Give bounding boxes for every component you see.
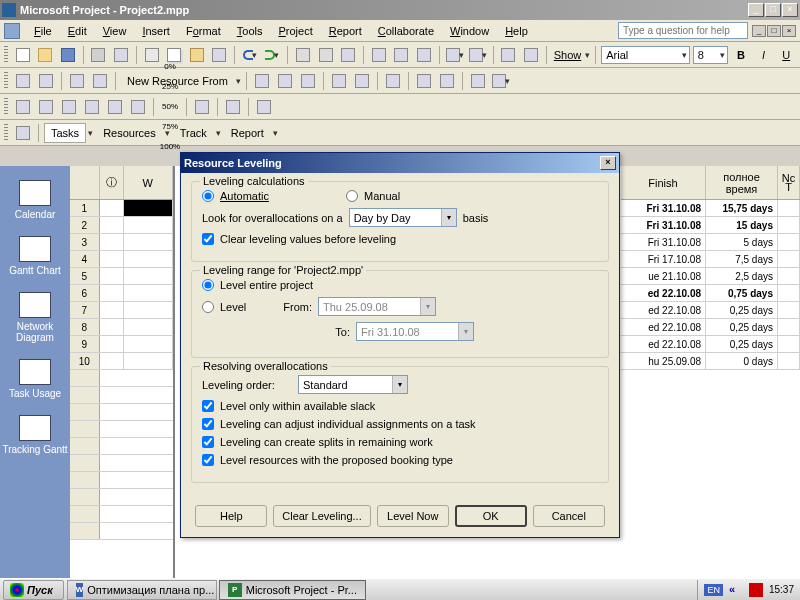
- zoom-in-button[interactable]: [499, 45, 519, 65]
- tool-button[interactable]: [352, 71, 372, 91]
- menu-report[interactable]: Report: [321, 23, 370, 39]
- view-tracking-gantt[interactable]: Tracking Gantt: [0, 409, 70, 461]
- zoom-out-button[interactable]: [521, 45, 541, 65]
- task-info-button[interactable]: [369, 45, 389, 65]
- tool-button[interactable]: ▾: [491, 71, 511, 91]
- print-button[interactable]: [89, 45, 109, 65]
- help-button[interactable]: Help: [195, 505, 267, 527]
- finish-cell[interactable]: Fri 17.10.08: [621, 251, 706, 267]
- view-gantt-chart[interactable]: Gantt Chart: [0, 230, 70, 282]
- row-header[interactable]: 2: [70, 217, 100, 233]
- pct-50-button[interactable]: 50%: [159, 97, 181, 117]
- start-button[interactable]: Пуск: [3, 580, 64, 600]
- pct-25-button[interactable]: 25%: [159, 77, 181, 97]
- report-tab[interactable]: Report: [224, 123, 271, 143]
- row-header[interactable]: [70, 404, 100, 420]
- finish-col-header[interactable]: Finish: [648, 177, 677, 189]
- restore-button[interactable]: □: [765, 3, 781, 17]
- level-range-radio[interactable]: [202, 301, 214, 313]
- overallocation-basis-combo[interactable]: Day by Day▾: [349, 208, 457, 227]
- pct-0-button[interactable]: 0%: [159, 57, 181, 77]
- row-header[interactable]: [70, 455, 100, 471]
- toolbar-grip[interactable]: [4, 72, 8, 90]
- redo-button[interactable]: ▾: [263, 45, 283, 65]
- menu-help[interactable]: Help: [497, 23, 536, 39]
- leveling-order-combo[interactable]: Standard▾: [298, 375, 408, 394]
- duration-cell[interactable]: 5 days: [706, 234, 778, 250]
- help-search[interactable]: [618, 22, 748, 39]
- row-header[interactable]: [70, 438, 100, 454]
- group-button[interactable]: ▾: [468, 45, 488, 65]
- close-button[interactable]: ×: [782, 3, 798, 17]
- menu-window[interactable]: Window: [442, 23, 497, 39]
- row-header[interactable]: [70, 370, 100, 386]
- toolbar-grip[interactable]: [4, 46, 8, 64]
- duration-cell[interactable]: 0,25 days: [706, 336, 778, 352]
- row-header[interactable]: [70, 523, 100, 539]
- dialog-title-bar[interactable]: Resource Leveling ×: [181, 153, 619, 173]
- slack-checkbox[interactable]: [202, 400, 214, 412]
- resources-tab[interactable]: Resources: [96, 123, 163, 143]
- duration-cell[interactable]: 0,75 days: [706, 285, 778, 301]
- tool-button[interactable]: [383, 71, 403, 91]
- adjust-checkbox[interactable]: [202, 418, 214, 430]
- row-header[interactable]: 3: [70, 234, 100, 250]
- show-label[interactable]: Show: [552, 49, 584, 61]
- tool-button[interactable]: [67, 71, 87, 91]
- tool-button[interactable]: [128, 97, 148, 117]
- tool-button[interactable]: [298, 71, 318, 91]
- tool-button[interactable]: [105, 97, 125, 117]
- row-header[interactable]: [70, 472, 100, 488]
- tray-icon[interactable]: «: [729, 583, 743, 597]
- tool-button[interactable]: [36, 97, 56, 117]
- menu-edit[interactable]: Edit: [60, 23, 95, 39]
- finish-cell[interactable]: ed 22.10.08: [621, 302, 706, 318]
- undo-button[interactable]: ▾: [240, 45, 260, 65]
- view-calendar[interactable]: Calendar: [0, 174, 70, 226]
- level-now-button[interactable]: Level Now: [377, 505, 449, 527]
- tool-button[interactable]: [329, 71, 349, 91]
- open-button[interactable]: [35, 45, 55, 65]
- new-button[interactable]: [13, 45, 33, 65]
- info-col-header[interactable]: ⓘ: [106, 175, 117, 190]
- duration-cell[interactable]: 2,5 days: [706, 268, 778, 284]
- manual-radio[interactable]: [346, 190, 358, 202]
- duration-cell[interactable]: 0 days: [706, 353, 778, 369]
- row-header[interactable]: [70, 421, 100, 437]
- unlink-tasks-button[interactable]: [316, 45, 336, 65]
- row-header[interactable]: 6: [70, 285, 100, 301]
- finish-cell[interactable]: ed 22.10.08: [621, 336, 706, 352]
- tool-button[interactable]: [82, 97, 102, 117]
- tool-button[interactable]: [254, 97, 274, 117]
- menu-tools[interactable]: Tools: [229, 23, 271, 39]
- notes-button[interactable]: [392, 45, 412, 65]
- menu-file[interactable]: File: [26, 23, 60, 39]
- duration-cell[interactable]: 15 days: [706, 217, 778, 233]
- nc-col-header[interactable]: Nc T: [781, 174, 796, 192]
- italic-button[interactable]: I: [754, 45, 774, 65]
- to-date-combo[interactable]: Fri 31.10.08▾: [356, 322, 474, 341]
- finish-cell[interactable]: ed 22.10.08: [621, 285, 706, 301]
- duration-cell[interactable]: 15,75 days: [706, 200, 778, 216]
- mdi-close-button[interactable]: ×: [782, 25, 796, 37]
- dialog-close-button[interactable]: ×: [600, 156, 616, 170]
- row-header[interactable]: 8: [70, 319, 100, 335]
- filter-button[interactable]: [468, 71, 488, 91]
- menu-format[interactable]: Format: [178, 23, 229, 39]
- font-size-combo[interactable]: 8: [693, 46, 729, 64]
- tool-button[interactable]: [192, 97, 212, 117]
- mdi-minimize-button[interactable]: _: [752, 25, 766, 37]
- language-indicator[interactable]: EN: [704, 584, 723, 596]
- assign-resources-button[interactable]: [414, 45, 434, 65]
- menu-insert[interactable]: Insert: [134, 23, 178, 39]
- row-header[interactable]: 1: [70, 200, 100, 216]
- guide-icon[interactable]: [13, 123, 33, 143]
- track-tab[interactable]: Track: [173, 123, 214, 143]
- tool-button[interactable]: [90, 71, 110, 91]
- view-task-usage[interactable]: Task Usage: [0, 353, 70, 405]
- finish-cell[interactable]: Fri 31.10.08: [621, 234, 706, 250]
- ok-button[interactable]: OK: [455, 505, 527, 527]
- from-date-combo[interactable]: Thu 25.09.08▾: [318, 297, 436, 316]
- duration-cell[interactable]: 0,25 days: [706, 302, 778, 318]
- row-header[interactable]: 4: [70, 251, 100, 267]
